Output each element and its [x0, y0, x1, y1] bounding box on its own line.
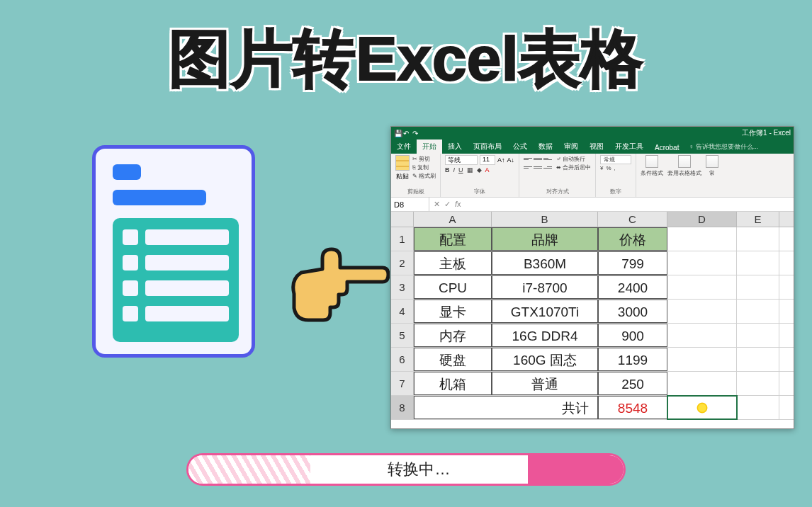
col-header-a[interactable]: A: [414, 212, 492, 227]
cell[interactable]: [667, 251, 737, 275]
redo-icon[interactable]: ↷: [412, 130, 419, 137]
format-painter-button[interactable]: ✎ 格式刷: [412, 172, 436, 180]
cell[interactable]: 16G DDR4: [492, 324, 598, 347]
tell-me[interactable]: ♀ 告诉我您想要做什么...: [684, 140, 762, 154]
cell[interactable]: [667, 372, 737, 395]
active-cell[interactable]: [667, 396, 737, 419]
cell-total-value[interactable]: 8548: [598, 396, 667, 419]
col-header-c[interactable]: C: [598, 212, 667, 227]
cell[interactable]: [737, 372, 779, 395]
cell[interactable]: [737, 251, 779, 275]
tab-review[interactable]: 审阅: [558, 139, 584, 154]
conditional-format-button[interactable]: 条件格式: [641, 155, 663, 177]
cell[interactable]: i7-8700: [492, 275, 598, 299]
cancel-formula-icon[interactable]: ✕: [434, 200, 440, 209]
cell[interactable]: CPU: [414, 275, 492, 299]
merge-center-button[interactable]: ⬌ 合并后居中: [556, 164, 591, 171]
align-mid-icon[interactable]: [534, 155, 542, 162]
col-header-b[interactable]: B: [492, 212, 598, 227]
cell[interactable]: [737, 396, 779, 419]
cell[interactable]: 2400: [598, 275, 667, 299]
cut-button[interactable]: ✂ 剪切: [412, 155, 436, 163]
cell[interactable]: [667, 348, 737, 371]
row-header[interactable]: 5: [391, 324, 414, 347]
cell[interactable]: 250: [598, 372, 667, 395]
cell[interactable]: 内存: [414, 324, 492, 347]
font-size-select[interactable]: 11: [480, 155, 495, 165]
cell[interactable]: 硬盘: [414, 348, 492, 371]
cell[interactable]: 主板: [414, 251, 492, 275]
align-left-icon[interactable]: [524, 164, 532, 171]
tab-insert[interactable]: 插入: [442, 139, 468, 154]
tab-view[interactable]: 视图: [584, 139, 609, 154]
cell[interactable]: [737, 300, 779, 323]
row-header[interactable]: 4: [391, 300, 414, 323]
cell[interactable]: 3000: [598, 300, 667, 323]
cell[interactable]: 品牌: [492, 227, 598, 251]
row-header[interactable]: 6: [391, 348, 414, 371]
cell[interactable]: 160G 固态: [492, 348, 598, 371]
fx-icon[interactable]: fx: [455, 200, 461, 209]
cell[interactable]: 价格: [598, 227, 667, 251]
cell[interactable]: 1199: [598, 348, 667, 371]
cell[interactable]: [737, 275, 779, 299]
cell[interactable]: [667, 324, 737, 347]
row-header[interactable]: 7: [391, 372, 414, 395]
tab-layout[interactable]: 页面布局: [468, 139, 507, 154]
name-box[interactable]: D8: [391, 198, 429, 211]
tab-home[interactable]: 开始: [417, 139, 442, 154]
undo-icon[interactable]: ↶: [403, 130, 410, 137]
increase-font-icon[interactable]: A↑: [497, 156, 505, 164]
cell[interactable]: 配置: [414, 227, 492, 251]
font-name-select[interactable]: 等线: [445, 155, 478, 165]
enter-formula-icon[interactable]: ✓: [444, 200, 451, 209]
cell[interactable]: B360M: [492, 251, 598, 275]
copy-button[interactable]: ⎘ 复制: [412, 164, 436, 171]
tab-dev[interactable]: 开发工具: [609, 139, 649, 154]
align-right-icon[interactable]: [543, 164, 552, 171]
tab-data[interactable]: 数据: [533, 139, 558, 154]
align-top-icon[interactable]: [524, 155, 532, 162]
row-header[interactable]: 3: [391, 275, 414, 299]
cell[interactable]: [737, 227, 779, 251]
wrap-text-button[interactable]: ⤶ 自动换行: [556, 155, 591, 163]
cell[interactable]: 显卡: [414, 300, 492, 323]
tab-formulas[interactable]: 公式: [507, 139, 533, 154]
font-color-button[interactable]: A: [485, 166, 490, 173]
cell[interactable]: 机箱: [414, 372, 492, 395]
paste-button[interactable]: 粘贴: [395, 155, 410, 181]
bold-button[interactable]: B: [445, 166, 450, 173]
tab-file[interactable]: 文件: [391, 139, 417, 154]
col-header-e[interactable]: E: [737, 212, 779, 227]
table-format-button[interactable]: 套用表格格式: [667, 155, 701, 177]
row-header[interactable]: 1: [391, 227, 414, 251]
fill-color-button[interactable]: ◆: [477, 166, 482, 173]
align-bot-icon[interactable]: [543, 155, 552, 162]
percent-icon[interactable]: %: [606, 165, 611, 171]
row-header[interactable]: 2: [391, 251, 414, 275]
save-icon[interactable]: 💾: [394, 130, 401, 137]
col-header-d[interactable]: D: [667, 212, 737, 227]
decrease-font-icon[interactable]: A↓: [507, 156, 515, 164]
align-center-icon[interactable]: [534, 164, 542, 171]
cell[interactable]: [667, 275, 737, 299]
cell[interactable]: 900: [598, 324, 667, 347]
worksheet[interactable]: A B C D E 1 配置 品牌 价格 2主板B360M7993CPUi7-8…: [391, 212, 794, 428]
cell[interactable]: 799: [598, 251, 667, 275]
cell[interactable]: GTX1070Ti: [492, 300, 598, 323]
currency-icon[interactable]: ¥: [600, 165, 603, 171]
number-format-select[interactable]: 常规: [600, 155, 631, 164]
cell[interactable]: [737, 324, 779, 347]
cell[interactable]: [737, 348, 779, 371]
comma-icon[interactable]: ,: [614, 165, 616, 171]
italic-button[interactable]: I: [453, 166, 456, 173]
cell-total-label[interactable]: 共计: [414, 396, 598, 419]
select-all-corner[interactable]: [391, 212, 414, 227]
cell[interactable]: [667, 227, 737, 251]
underline-button[interactable]: U: [458, 166, 463, 173]
border-button[interactable]: ▦: [467, 166, 473, 173]
tab-acrobat[interactable]: Acrobat: [649, 142, 684, 154]
cell[interactable]: [667, 300, 737, 323]
cell-styles-button[interactable]: 常: [706, 155, 718, 177]
cell[interactable]: 普通: [492, 372, 598, 395]
